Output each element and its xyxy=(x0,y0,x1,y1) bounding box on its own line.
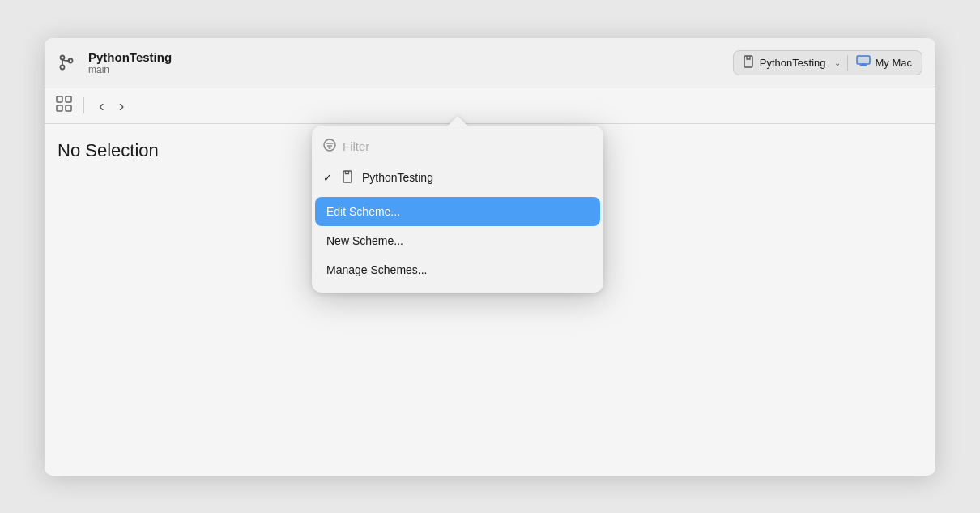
main-window: PythonTesting main PythonTesting ⌄ xyxy=(45,38,935,476)
scheme-python-testing-item[interactable]: ✓ PythonTesting xyxy=(312,163,603,193)
device-name: My Mac xyxy=(876,57,913,69)
grid-icon[interactable] xyxy=(56,96,72,116)
edit-scheme-label: Edit Scheme... xyxy=(326,205,400,218)
scheme-selector-left: PythonTesting ⌄ xyxy=(744,55,848,71)
filter-input[interactable] xyxy=(343,139,592,153)
no-selection-label: No Selection xyxy=(58,140,159,160)
scheme-doc-icon xyxy=(744,55,755,71)
filter-icon xyxy=(323,139,336,155)
new-scheme-label: New Scheme... xyxy=(326,234,403,247)
toolbar-divider xyxy=(83,97,84,113)
manage-schemes-label: Manage Schemes... xyxy=(326,263,428,276)
dropdown-separator-1 xyxy=(323,195,592,195)
scheme-doc-icon xyxy=(343,170,354,186)
svg-rect-10 xyxy=(66,105,71,111)
branch-icon xyxy=(58,53,75,71)
scheme-dropdown: ✓ PythonTesting Edit Scheme... New Schem… xyxy=(312,126,603,293)
filter-row xyxy=(312,134,603,163)
project-name: PythonTesting xyxy=(88,50,172,64)
svg-rect-15 xyxy=(343,171,352,182)
device-selector: My Mac xyxy=(848,55,913,70)
svg-rect-6 xyxy=(857,56,870,64)
project-info: PythonTesting main xyxy=(88,50,172,75)
svg-rect-7 xyxy=(57,96,62,102)
scheme-selector[interactable]: PythonTesting ⌄ My Mac xyxy=(733,50,922,75)
new-scheme-item[interactable]: New Scheme... xyxy=(315,226,600,255)
titlebar: PythonTesting main PythonTesting ⌄ xyxy=(45,38,935,88)
checkmark-icon: ✓ xyxy=(323,172,334,184)
branch-label: main xyxy=(88,64,172,75)
svg-point-11 xyxy=(324,139,335,151)
svg-rect-8 xyxy=(66,96,71,102)
scheme-name: PythonTesting xyxy=(760,57,826,69)
edit-scheme-item[interactable]: Edit Scheme... xyxy=(315,197,600,226)
chevron-down-icon: ⌄ xyxy=(834,58,841,67)
toolbar: ‹ › xyxy=(45,88,935,124)
svg-point-1 xyxy=(61,66,65,70)
svg-rect-4 xyxy=(744,56,752,67)
nav-back-button[interactable]: ‹ xyxy=(96,95,108,117)
nav-forward-button[interactable]: › xyxy=(116,95,128,117)
mac-icon xyxy=(856,55,871,70)
scheme-item-label: PythonTesting xyxy=(362,171,433,184)
svg-rect-9 xyxy=(57,105,62,111)
svg-point-0 xyxy=(61,56,65,60)
manage-schemes-item[interactable]: Manage Schemes... xyxy=(315,255,600,284)
